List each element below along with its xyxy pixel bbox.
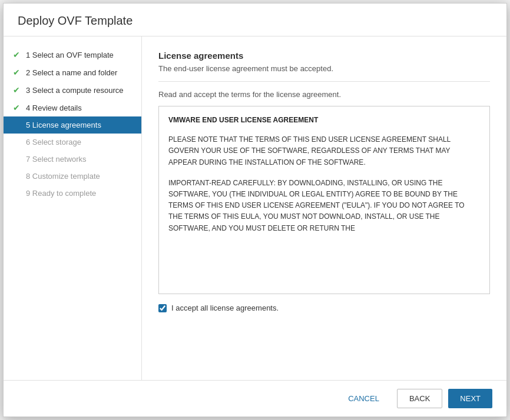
sidebar-item-label-step9: 9 Ready to complete <box>26 189 96 198</box>
sidebar-item-step3[interactable]: ✔3 Select a compute resource <box>4 81 141 99</box>
instruction-text: Read and accept the terms for the licens… <box>158 90 490 99</box>
sidebar-item-step7: 7 Select networks <box>4 151 141 168</box>
next-button[interactable]: NEXT <box>448 389 492 408</box>
sidebar-item-label-step5: 5 License agreements <box>26 121 101 129</box>
sidebar-item-label-step3: 3 Select a compute resource <box>26 86 123 95</box>
sidebar-item-step1[interactable]: ✔1 Select an OVF template <box>4 46 141 64</box>
license-text-area[interactable]: VMWARE END USER LICENSE AGREEMENT PLEASE… <box>158 106 490 294</box>
accept-checkbox[interactable] <box>158 304 167 312</box>
cancel-button[interactable]: CANCEL <box>336 389 391 408</box>
license-para-1: PLEASE NOTE THAT THE TERMS OF THIS END U… <box>168 134 480 168</box>
sidebar-item-label-step8: 8 Customize template <box>26 172 100 181</box>
sidebar-item-step2[interactable]: ✔2 Select a name and folder <box>4 64 141 81</box>
accept-label[interactable]: I accept all license agreements. <box>171 304 279 312</box>
dialog-footer: CANCEL BACK NEXT <box>4 380 506 416</box>
section-subtitle: The end-user license agreement must be a… <box>158 64 490 73</box>
license-title: VMWARE END USER LICENSE AGREEMENT <box>168 115 480 126</box>
sidebar-item-step4[interactable]: ✔4 Review details <box>4 99 141 116</box>
sidebar-item-step8: 8 Customize template <box>4 168 141 185</box>
sidebar-item-label-step4: 4 Review details <box>26 104 82 112</box>
sidebar-item-step6: 6 Select storage <box>4 134 141 151</box>
deploy-ovf-dialog: Deploy OVF Template ✔1 Select an OVF tem… <box>3 3 507 417</box>
back-button[interactable]: BACK <box>397 389 442 408</box>
main-content: License agreements The end-user license … <box>142 36 506 380</box>
divider <box>158 81 490 82</box>
check-icon-step2: ✔ <box>13 68 22 77</box>
check-icon-step4: ✔ <box>13 103 22 112</box>
check-icon-step1: ✔ <box>13 50 22 59</box>
sidebar-item-label-step6: 6 Select storage <box>26 138 81 146</box>
sidebar-item-label-step2: 2 Select a name and folder <box>26 68 117 77</box>
license-para-2: IMPORTANT-READ CAREFULLY: BY DOWNLOADING… <box>168 178 480 234</box>
dialog-body: ✔1 Select an OVF template✔2 Select a nam… <box>4 36 506 380</box>
sidebar-item-step5[interactable]: 5 License agreements <box>4 116 141 134</box>
section-title: License agreements <box>158 51 490 61</box>
sidebar: ✔1 Select an OVF template✔2 Select a nam… <box>4 36 142 380</box>
check-icon-step3: ✔ <box>13 85 22 95</box>
sidebar-item-label-step7: 7 Select networks <box>26 155 87 164</box>
dialog-title: Deploy OVF Template <box>4 4 506 36</box>
sidebar-item-step9: 9 Ready to complete <box>4 185 141 202</box>
accept-row: I accept all license agreements. <box>158 304 490 312</box>
sidebar-item-label-step1: 1 Select an OVF template <box>26 51 114 59</box>
